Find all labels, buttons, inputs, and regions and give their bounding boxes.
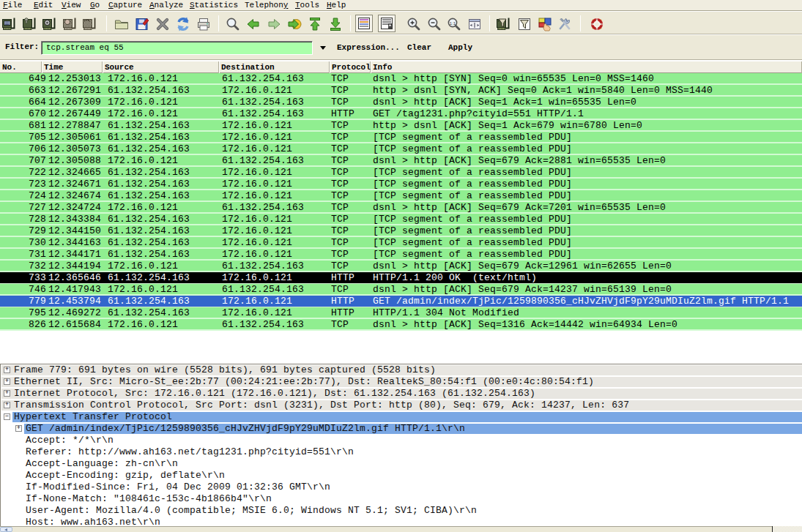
svg-text:1:1: 1:1: [450, 21, 456, 26]
